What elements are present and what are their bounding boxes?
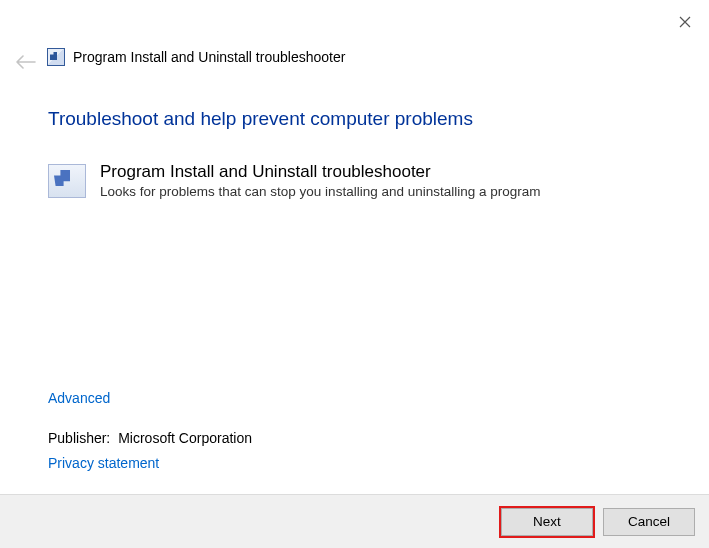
advanced-link[interactable]: Advanced — [48, 390, 110, 406]
window-title-row: Program Install and Uninstall troublesho… — [47, 48, 345, 66]
close-button[interactable] — [673, 10, 697, 34]
troubleshooter-text: Program Install and Uninstall troublesho… — [100, 162, 541, 199]
back-button — [14, 50, 38, 74]
app-icon — [47, 48, 65, 66]
troubleshooter-item: Program Install and Uninstall troublesho… — [48, 162, 669, 199]
title-bar — [0, 0, 709, 40]
troubleshooter-icon — [48, 164, 86, 198]
window-title: Program Install and Uninstall troublesho… — [73, 49, 345, 65]
troubleshooter-name: Program Install and Uninstall troublesho… — [100, 162, 541, 182]
close-icon — [679, 16, 691, 28]
next-button[interactable]: Next — [501, 508, 593, 536]
publisher-value: Microsoft Corporation — [118, 430, 252, 446]
troubleshooter-description: Looks for problems that can stop you ins… — [100, 184, 541, 199]
main-content: Troubleshoot and help prevent computer p… — [48, 108, 669, 211]
back-arrow-icon — [16, 55, 36, 69]
privacy-link[interactable]: Privacy statement — [48, 455, 159, 471]
publisher-row: Publisher: Microsoft Corporation — [48, 430, 252, 446]
page-heading: Troubleshoot and help prevent computer p… — [48, 108, 669, 130]
publisher-label: Publisher: — [48, 430, 110, 446]
footer-bar: Next Cancel — [0, 494, 709, 548]
cancel-button[interactable]: Cancel — [603, 508, 695, 536]
